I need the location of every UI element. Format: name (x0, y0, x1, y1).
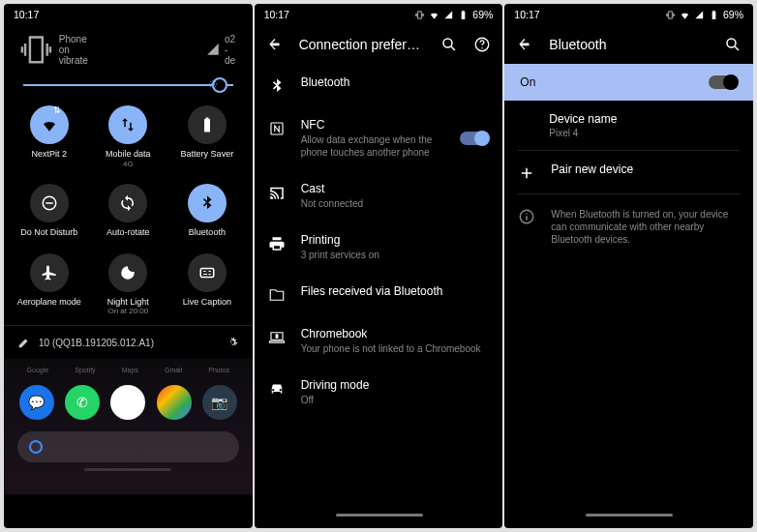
pref-laptop[interactable]: ChromebookYour phone is not linked to a … (255, 315, 503, 367)
qs-tile-dnd[interactable]: Do Not Disturb (10, 180, 89, 242)
home-screen-dimmed: GoogleSpotifyMapsGmailPhotos 💬 ✆ ✱ 📷 (4, 359, 253, 494)
ringer-status[interactable]: Phone on vibrate (17, 31, 95, 69)
back-icon[interactable] (516, 36, 533, 53)
qs-tile-caption[interactable]: Live Caption (167, 250, 247, 320)
wifi-icon (429, 10, 439, 20)
clock: 10:17 (14, 9, 39, 20)
pref-cast[interactable]: CastNot connected (255, 170, 503, 222)
app-spotify[interactable]: Spotify (75, 365, 95, 373)
qs-tile-air[interactable]: Aeroplane mode (10, 250, 89, 320)
statusbar: 10:17 (4, 4, 253, 25)
clock: 10:17 (514, 9, 539, 20)
signal-icon (694, 10, 705, 20)
page-title: Connection preferen… (299, 37, 426, 52)
wifi-icon (41, 116, 58, 133)
pref-folder[interactable]: Files received via Bluetooth (255, 273, 503, 315)
info-text: When Bluetooth is turned on, your device… (504, 194, 753, 257)
appbar: Bluetooth (504, 25, 753, 64)
nfc-icon (268, 120, 286, 137)
connection-preferences-panel: 10:17 69% Connection preferen… Bluetooth… (255, 4, 503, 528)
plane-icon (41, 264, 58, 281)
battery-icon (198, 116, 216, 133)
app-maps[interactable]: Maps (122, 365, 138, 373)
laptop-icon (268, 329, 286, 346)
slack-icon[interactable]: ✱ (110, 385, 145, 420)
nav-handle[interactable] (84, 468, 171, 471)
nav-handle[interactable] (586, 514, 673, 517)
pref-bt[interactable]: Bluetooth (255, 64, 503, 106)
nfc-toggle[interactable] (460, 132, 489, 145)
bluetooth-panel: 10:17 69% Bluetooth On Device name Pixel… (504, 4, 753, 528)
rotate-icon (119, 194, 136, 212)
search-icon[interactable] (440, 36, 458, 53)
qs-tile-wifi[interactable]: ⇅NextPit 2 (10, 102, 89, 172)
build-number[interactable]: 10 (QQ1B.191205.012.A1) (39, 338, 154, 348)
qs-footer: 10 (QQ1B.191205.012.A1) (4, 325, 253, 359)
wifi-icon (680, 10, 690, 20)
status-icons (240, 9, 243, 20)
info-icon (518, 208, 535, 225)
bt-icon (198, 194, 216, 212)
vibrate-icon (17, 31, 55, 69)
pref-nfc[interactable]: NFCAllow data exchange when the phone to… (255, 106, 503, 170)
cast-icon (268, 184, 286, 201)
moon-icon (119, 264, 136, 281)
print-icon (268, 235, 286, 252)
toggle-on[interactable] (709, 75, 738, 89)
qs-tile-night[interactable]: Night LightOn at 20:00 (89, 250, 168, 320)
plus-icon (518, 164, 535, 182)
dnd-icon (41, 194, 58, 212)
qs-tile-data[interactable]: Mobile data4G (89, 102, 168, 172)
messages-icon[interactable]: 💬 (19, 385, 54, 420)
battery-icon (709, 10, 719, 20)
svg-point-10 (30, 441, 42, 453)
app-gmail[interactable]: Gmail (165, 365, 182, 373)
bluetooth-toggle-row[interactable]: On (504, 64, 753, 101)
qs-tile-rotate[interactable]: Auto-rotate (89, 180, 168, 242)
appbar: Connection preferen… (255, 25, 503, 64)
status-icons: 69% (665, 9, 743, 20)
swap-icon (119, 116, 136, 133)
bt-icon (268, 77, 286, 95)
quick-settings-panel: 10:17 Phone on vibrate o2 - de ⇅NextPit … (4, 4, 253, 528)
bluetooth-state: On (520, 75, 535, 89)
signal-icon (443, 10, 454, 20)
qs-tile-battery[interactable]: Battery Saver (167, 102, 247, 172)
google-search-bar[interactable] (17, 431, 239, 462)
nav-handle[interactable] (336, 514, 423, 517)
carrier-status: o2 - de (205, 34, 239, 66)
help-icon[interactable] (473, 36, 491, 53)
gear-icon[interactable] (226, 336, 239, 349)
car-icon (268, 380, 286, 398)
vibrate-icon (665, 10, 676, 20)
statusbar: 10:17 69% (504, 4, 753, 25)
edit-icon[interactable] (17, 336, 31, 349)
device-name-row[interactable]: Device name Pixel 4 (504, 101, 753, 150)
app-photos[interactable]: Photos (208, 365, 229, 373)
whatsapp-icon[interactable]: ✆ (65, 385, 100, 420)
qs-tile-bt[interactable]: Bluetooth (167, 180, 247, 242)
brightness-icon (208, 79, 218, 89)
signal-icon (205, 42, 222, 58)
camera-icon[interactable]: 📷 (202, 385, 237, 420)
caption-icon (198, 264, 216, 281)
pref-print[interactable]: Printing3 print services on (255, 222, 503, 273)
battery-icon (458, 10, 469, 20)
brightness-slider[interactable] (23, 84, 233, 86)
status-icons: 69% (414, 9, 493, 20)
pair-new-device[interactable]: Pair new device (504, 151, 753, 193)
google-icon (27, 438, 45, 456)
back-icon[interactable] (266, 36, 284, 53)
app-google[interactable]: Google (27, 365, 49, 373)
pref-car[interactable]: Driving modeOff (255, 367, 503, 418)
chrome-icon[interactable] (157, 385, 192, 420)
page-title: Bluetooth (549, 37, 709, 52)
statusbar: 10:17 69% (255, 4, 503, 25)
folder-icon (268, 286, 286, 304)
clock: 10:17 (264, 9, 289, 20)
search-icon[interactable] (724, 36, 742, 53)
vibrate-icon (414, 10, 425, 20)
